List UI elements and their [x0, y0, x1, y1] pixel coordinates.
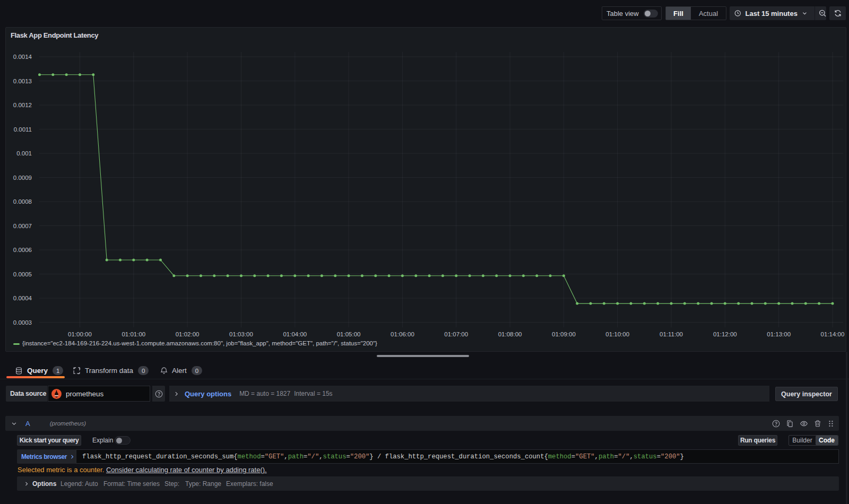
svg-text:0.0012: 0.0012: [13, 102, 32, 108]
svg-text:0.0013: 0.0013: [13, 78, 32, 84]
svg-text:01:10:00: 01:10:00: [605, 331, 629, 337]
svg-text:01:12:00: 01:12:00: [713, 331, 737, 337]
svg-text:01:05:00: 01:05:00: [337, 331, 361, 337]
svg-text:0.0014: 0.0014: [13, 54, 32, 60]
svg-text:01:08:00: 01:08:00: [498, 331, 522, 337]
svg-text:0.0008: 0.0008: [13, 198, 32, 205]
svg-text:0.0011: 0.0011: [14, 126, 32, 133]
svg-text:01:13:00: 01:13:00: [767, 331, 791, 337]
svg-text:01:01:00: 01:01:00: [122, 331, 145, 337]
svg-text:0.0004: 0.0004: [13, 295, 32, 301]
svg-text:01:03:00: 01:03:00: [229, 331, 253, 337]
svg-text:01:09:00: 01:09:00: [552, 331, 576, 337]
svg-text:0.001: 0.001: [16, 150, 32, 157]
svg-text:01:02:00: 01:02:00: [176, 331, 200, 337]
svg-text:0.0006: 0.0006: [13, 247, 32, 253]
svg-text:01:11:00: 01:11:00: [660, 331, 683, 337]
svg-text:0.0005: 0.0005: [13, 271, 32, 277]
svg-text:01:07:00: 01:07:00: [444, 331, 468, 337]
svg-text:0.0003: 0.0003: [13, 319, 32, 326]
svg-text:01:06:00: 01:06:00: [391, 331, 414, 337]
svg-text:0.0009: 0.0009: [13, 175, 32, 181]
svg-text:0.0007: 0.0007: [13, 223, 32, 229]
svg-text:01:14:00: 01:14:00: [821, 331, 845, 337]
svg-text:01:04:00: 01:04:00: [283, 331, 307, 337]
svg-text:01:00:00: 01:00:00: [68, 331, 92, 337]
